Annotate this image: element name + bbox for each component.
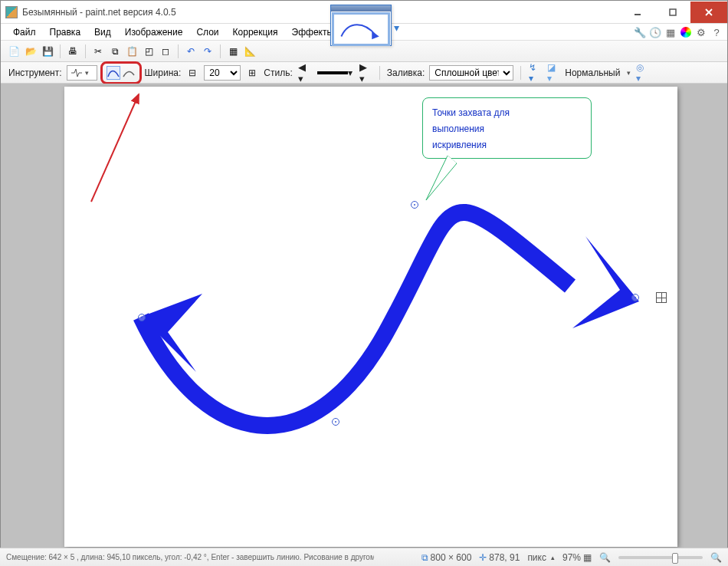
ruler-icon[interactable]: 📐	[243, 44, 257, 58]
minimize-button[interactable]	[620, 2, 655, 23]
history-window-icon[interactable]: 🕓	[649, 26, 661, 38]
curve-node-2[interactable]	[332, 418, 339, 426]
colors-window-icon[interactable]	[680, 26, 692, 38]
undo-icon[interactable]: ↶	[184, 44, 198, 58]
maximize-button[interactable]	[655, 2, 690, 23]
move-cursor-icon	[656, 292, 667, 303]
workspace: Точки захвата для выполнения искривления	[1, 84, 727, 551]
menu-image[interactable]: Изображение	[119, 25, 189, 40]
menu-adjust[interactable]: Коррекция	[227, 25, 284, 40]
print-icon[interactable]: 🖶	[66, 44, 80, 58]
callout-text: Точки захвата для выполнения искривления	[432, 107, 510, 150]
width-select[interactable]: 20	[204, 65, 241, 81]
crop-icon[interactable]: ◰	[142, 44, 156, 58]
status-docsize: ⧉ 800 × 600	[421, 552, 472, 563]
help-icon[interactable]: ?	[710, 26, 723, 38]
zoom-in-icon[interactable]: 🔍	[710, 552, 722, 563]
redo-icon[interactable]: ↷	[201, 44, 215, 58]
open-file-icon[interactable]: 📂	[24, 44, 38, 58]
copy-icon[interactable]: ⧉	[108, 44, 122, 58]
zoom-slider[interactable]	[618, 556, 703, 559]
status-zoom[interactable]: 97% ▦	[562, 552, 592, 563]
window-title: Безымянный - paint.net версия 4.0.5	[22, 7, 176, 18]
menu-view[interactable]: Вид	[88, 25, 117, 40]
save-file-icon[interactable]: 💾	[41, 44, 54, 58]
width-decrease-icon[interactable]: ⊟	[185, 66, 199, 80]
width-label: Ширина:	[145, 67, 182, 78]
line-dash-style[interactable]: ▾	[316, 66, 354, 80]
alpha-blend-icon[interactable]: ◪ ▾	[546, 66, 560, 80]
spline-curve-icon[interactable]	[107, 66, 120, 80]
zoom-out-icon[interactable]: 🔍	[599, 552, 611, 563]
tool-options-bar: Инструмент: ▾ Ширина: ⊟ 20 ⊞ Стиль: ◀ ▾ …	[1, 62, 727, 84]
line-end-cap[interactable]: ▶ ▾	[359, 66, 372, 80]
blend-dropdown-icon[interactable]: ▾	[627, 69, 631, 77]
status-units[interactable]: пикс▴	[527, 552, 555, 563]
settings-icon[interactable]: ⚙	[695, 26, 707, 38]
doc-size-icon: ⧉	[421, 552, 428, 563]
callout-tail	[417, 156, 463, 209]
zoom-dropdown-icon[interactable]: ▦	[583, 552, 592, 563]
svg-rect-1	[670, 9, 676, 15]
cut-icon[interactable]: ✂	[91, 44, 105, 58]
deselect-icon[interactable]: ◻	[159, 44, 172, 58]
status-hint: Смещение: 642 × 5 , длина: 945,10 пиксел…	[6, 553, 374, 561]
crosshair-icon: ✛	[479, 552, 487, 563]
app-icon	[5, 6, 18, 18]
fill-label: Заливка:	[387, 67, 425, 78]
menu-layers[interactable]: Слои	[190, 25, 225, 40]
thumbnail-dropdown-icon[interactable]: ▾	[394, 21, 399, 34]
new-file-icon[interactable]: 📄	[7, 44, 21, 58]
menu-edit[interactable]: Правка	[44, 25, 87, 40]
statusbar: Смещение: 642 × 5 , длина: 945,10 пиксел…	[0, 548, 728, 566]
menu-file[interactable]: Файл	[7, 25, 42, 40]
grid-icon[interactable]: ▦	[226, 44, 240, 58]
fill-select[interactable]: Сплошной цвет	[429, 65, 513, 81]
curve-type-group	[102, 64, 140, 81]
status-cursor: ✛ 878, 91	[479, 552, 520, 563]
layers-window-icon[interactable]: ▦	[664, 26, 677, 38]
document-thumbnail[interactable]	[330, 5, 392, 46]
line-start-cap[interactable]: ◀ ▾	[297, 66, 311, 80]
bezier-curve-icon[interactable]	[122, 66, 136, 80]
instrument-label: Инструмент:	[8, 67, 62, 78]
curve-node-end[interactable]	[631, 294, 639, 301]
style-label: Стиль:	[264, 67, 292, 78]
width-increase-icon[interactable]: ⊞	[245, 66, 259, 80]
close-button[interactable]	[690, 2, 727, 23]
tool-selector[interactable]: ▾	[67, 65, 97, 81]
canvas[interactable]: Точки захвата для выполнения искривления	[64, 87, 677, 547]
antialias-icon[interactable]: ↯ ▾	[528, 66, 542, 80]
callout-bubble: Точки захвата для выполнения искривления	[422, 97, 592, 159]
blend-mode-label[interactable]: Нормальный	[565, 67, 620, 78]
selection-clip-icon[interactable]: ◎ ▾	[635, 66, 649, 80]
curve-node-start[interactable]	[138, 314, 146, 321]
paste-icon[interactable]: 📋	[125, 44, 139, 58]
tools-window-icon[interactable]: 🔧	[634, 26, 646, 38]
